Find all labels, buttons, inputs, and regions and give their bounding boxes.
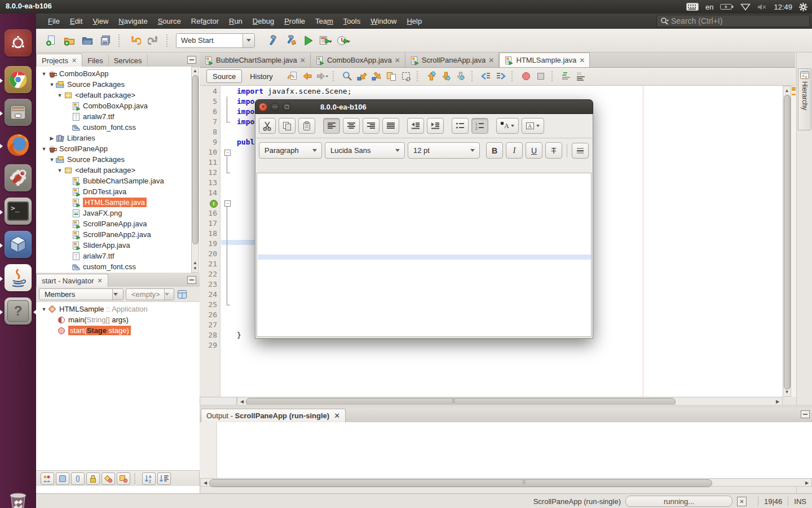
close-tab-icon[interactable]: ✕: [72, 57, 77, 64]
tree-row[interactable]: SliderApp.java: [37, 240, 130, 251]
numbers-button[interactable]: 12: [471, 118, 488, 134]
navigator-tree[interactable]: ▼HTMLSample :: Applicationmain(String[] …: [36, 302, 200, 470]
comment-button[interactable]: [560, 70, 572, 82]
navigator-row[interactable]: main(String[] args): [37, 314, 129, 325]
launcher-item-system-settings[interactable]: [0, 164, 36, 194]
launcher-item-app-question[interactable]: ?: [0, 297, 36, 327]
menu-refactor[interactable]: Refactor: [186, 17, 224, 25]
filter-inner-classes-button[interactable]: [117, 472, 130, 485]
expander-open-icon[interactable]: ▼: [48, 82, 55, 87]
tree-row[interactable]: BubbleChartSample.java: [37, 176, 164, 186]
tree-row[interactable]: ▼<default package>: [37, 165, 135, 176]
toggle-highlight-button[interactable]: [385, 70, 398, 82]
close-tab-icon[interactable]: ✕: [300, 56, 306, 64]
find-next-button[interactable]: [370, 70, 383, 82]
navigator-row[interactable]: start(Stage stage): [37, 325, 131, 336]
javafx-stage-window[interactable]: ✕ — ▢ 8.0.0-ea-b106 12AA Paragraph Lucid…: [255, 99, 593, 339]
redo-button[interactable]: [146, 33, 161, 48]
launcher-item-terminal[interactable]: >_: [0, 198, 36, 227]
panel-tab-navigator[interactable]: start - Navigator✕: [36, 274, 108, 287]
shift-left-button[interactable]: [480, 70, 492, 82]
clean-build-button[interactable]: [283, 33, 298, 48]
tree-row[interactable]: ▼Source Packages: [37, 79, 125, 90]
align-left-button[interactable]: [323, 118, 340, 134]
horizontal-rule-button[interactable]: [572, 143, 589, 159]
align-justify-button[interactable]: [382, 118, 399, 134]
menu-profile[interactable]: Profile: [279, 17, 310, 25]
close-tab-icon[interactable]: ✕: [579, 56, 585, 64]
volume-muted-icon[interactable]: [757, 3, 767, 11]
launcher-item-ubuntu-dash[interactable]: [0, 29, 36, 59]
editor-tab-ComboBoxApp.java[interactable]: ComboBoxApp.java✕: [311, 53, 405, 67]
tree-row[interactable]: ▼ComboBoxApp: [37, 68, 108, 79]
expander-open-icon[interactable]: ▼: [56, 93, 63, 98]
menu-tools[interactable]: Tools: [338, 17, 365, 25]
fold-collapse-icon[interactable]: –: [224, 150, 231, 156]
menu-run[interactable]: Run: [224, 17, 248, 25]
expander-open-icon[interactable]: ▼: [56, 168, 63, 173]
menu-team[interactable]: Team: [310, 17, 338, 25]
paste-button[interactable]: [298, 118, 315, 134]
filter-inherited-button[interactable]: [41, 472, 54, 485]
copy-button[interactable]: [279, 118, 295, 134]
implements-badge-icon[interactable]: I: [210, 200, 218, 208]
error-stripe[interactable]: [791, 86, 796, 397]
underline-button[interactable]: U: [526, 142, 542, 159]
navigator-scope-combo[interactable]: Members: [39, 288, 123, 300]
menu-source[interactable]: Source: [153, 17, 186, 25]
forward-button[interactable]: [316, 70, 328, 82]
editor-tab-HTMLSample.java[interactable]: HTMLSample.java✕: [499, 52, 590, 67]
editor-hscrollbar[interactable]: ◀ ⠿ ▶: [237, 397, 783, 405]
debug-button[interactable]: [319, 33, 334, 48]
tree-row[interactable]: ▼Source Packages: [37, 154, 125, 165]
tree-row[interactable]: JavaFX.png: [37, 208, 122, 218]
tree-row[interactable]: ▼<default package>: [37, 90, 135, 100]
filter-sort-source-button[interactable]: [157, 472, 171, 485]
window-close-button[interactable]: ✕: [259, 103, 267, 111]
bg-color-button[interactable]: A: [522, 118, 544, 134]
expander-open-icon[interactable]: ▼: [41, 71, 47, 77]
align-center-button[interactable]: [343, 118, 360, 134]
launcher-item-chrome[interactable]: [0, 66, 36, 95]
next-occ-button[interactable]: [440, 70, 452, 82]
undo-button[interactable]: [128, 33, 143, 48]
window-minimize-button[interactable]: —: [271, 103, 279, 111]
combo-arrow-icon[interactable]: [242, 34, 254, 47]
navigator-search-combo[interactable]: <empty>: [126, 288, 174, 300]
fold-collapse-icon[interactable]: –: [224, 200, 231, 207]
output-console[interactable]: [200, 422, 812, 478]
filter-static-members-button[interactable]: [86, 472, 100, 485]
keyboard-layout-icon[interactable]: [686, 3, 699, 11]
filter-sort-alpha-button[interactable]: AZ: [142, 472, 156, 485]
navigator-minimize-button[interactable]: [187, 276, 196, 284]
filter-non-public-button[interactable]: [102, 472, 115, 485]
menu-file[interactable]: File: [43, 17, 65, 25]
projects-scrollbar[interactable]: ▲ ▲ ▼: [191, 67, 199, 273]
menu-view[interactable]: View: [87, 17, 113, 25]
network-icon[interactable]: [740, 3, 751, 11]
tree-row[interactable]: custom_font.css: [37, 122, 136, 133]
panel-tab-services[interactable]: Services: [109, 54, 148, 67]
align-right-button[interactable]: [363, 118, 379, 134]
select-rect-button[interactable]: [400, 70, 412, 82]
all-occ-button[interactable]: [454, 70, 467, 82]
navigator-row[interactable]: ▼HTMLSample :: Application: [37, 304, 148, 314]
battery-icon[interactable]: [720, 3, 734, 10]
quick-search-input[interactable]: Search (Ctrl+I): [656, 15, 810, 27]
inherited-table-icon[interactable]: [176, 288, 188, 300]
editor-gutter[interactable]: 4567891011121314I16171819202122232425262…: [200, 86, 220, 397]
menu-debug[interactable]: Debug: [248, 17, 279, 25]
tree-row[interactable]: ScrollPaneApp.java: [37, 218, 147, 229]
session-gear-icon[interactable]: [799, 3, 807, 11]
project-config-combo[interactable]: Web Start: [176, 33, 255, 48]
macro-stop-button[interactable]: [535, 70, 547, 82]
fx-window-titlebar[interactable]: ✕ — ▢ 8.0.0-ea-b106: [255, 99, 593, 114]
output-tab[interactable]: Output - ScrollPaneApp (run-single) ✕: [201, 409, 346, 422]
shift-right-button[interactable]: [495, 70, 507, 82]
keyboard-layout-label[interactable]: en: [705, 3, 713, 11]
tree-row[interactable]: ▶Libraries: [37, 133, 95, 143]
tree-row[interactable]: arialw7.ttf: [37, 251, 114, 261]
strikethrough-button[interactable]: T: [545, 142, 562, 159]
tree-row[interactable]: arialw7.ttf: [37, 111, 114, 122]
fg-color-button[interactable]: A: [496, 118, 519, 134]
